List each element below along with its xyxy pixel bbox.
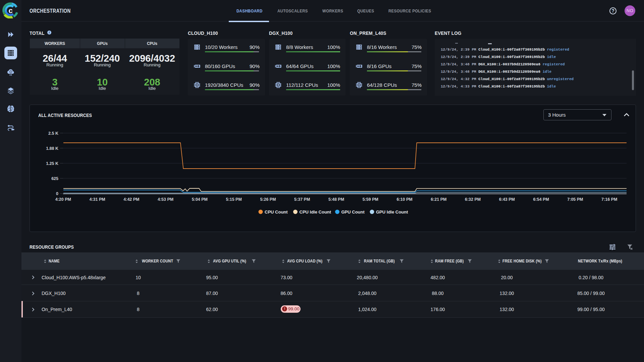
svg-text:5:48 PM: 5:48 PM (328, 197, 344, 202)
svg-text:1.25 K: 1.25 K (46, 161, 58, 166)
svg-text:7:16 PM: 7:16 PM (601, 197, 617, 202)
svg-text:6:43 PM: 6:43 PM (499, 197, 515, 202)
svg-text:CPU Count: CPU Count (265, 209, 288, 215)
svg-text:GPU Count: GPU Count (341, 209, 365, 215)
svg-text:2.5 K: 2.5 K (48, 131, 58, 136)
svg-text:5:15 PM: 5:15 PM (226, 197, 242, 202)
svg-text:6:54 PM: 6:54 PM (533, 197, 549, 202)
svg-text:625: 625 (51, 176, 58, 181)
svg-text:5:26 PM: 5:26 PM (260, 197, 276, 202)
svg-text:7:05 PM: 7:05 PM (567, 197, 583, 202)
svg-text:5:37 PM: 5:37 PM (294, 197, 310, 202)
svg-text:5:04 PM: 5:04 PM (192, 197, 208, 202)
svg-text:5:59 PM: 5:59 PM (363, 197, 378, 202)
svg-text:6:21 PM: 6:21 PM (431, 197, 446, 202)
svg-text:1.88 K: 1.88 K (46, 146, 58, 151)
svg-text:CPU Idle Count: CPU Idle Count (300, 209, 331, 215)
svg-text:6:32 PM: 6:32 PM (465, 197, 481, 202)
svg-text:c: c (8, 6, 12, 15)
svg-text:0: 0 (56, 191, 58, 196)
svg-text:4:31 PM: 4:31 PM (89, 197, 105, 202)
svg-text:4:53 PM: 4:53 PM (158, 197, 173, 202)
svg-text:6:10 PM: 6:10 PM (396, 197, 412, 202)
svg-text:4:20 PM: 4:20 PM (55, 197, 71, 202)
svg-text:4:42 PM: 4:42 PM (123, 197, 139, 202)
svg-text:GPU Idle Count: GPU Idle Count (376, 209, 408, 215)
